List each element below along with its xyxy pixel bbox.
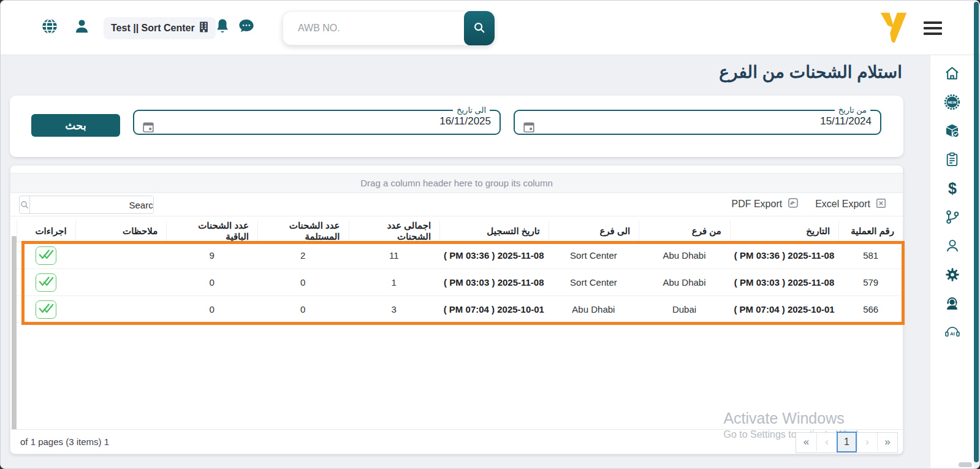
cell-to-branch: Sort Center xyxy=(549,269,639,296)
double-check-icon xyxy=(38,302,54,316)
shipments-grid-card: Drag a column header here to group its c… xyxy=(10,165,903,454)
column-header-operation-no[interactable]: رقم العملية xyxy=(838,221,903,242)
awb-search-button[interactable] xyxy=(464,11,495,45)
cell-from-branch: Abu Dhabi xyxy=(639,242,730,269)
cell-registration-date: ( PM 07:04 ) 2025-10-01 xyxy=(439,296,549,322)
chat-icon[interactable] xyxy=(238,18,255,37)
column-header-registration-date[interactable]: تاريخ التسجيل xyxy=(439,221,548,242)
cell-notes xyxy=(75,296,167,322)
table-row: 581( PM 03:36 ) 2025-11-08Abu DhabiSort … xyxy=(17,242,903,269)
grid-footer: of 1 pages (3 items) 1 « ‹ 1 › » xyxy=(10,429,903,454)
notifications-bell-icon[interactable] xyxy=(215,18,230,37)
filter-card: من تاريخ 15/11/2024 الى تاريخ 16/11/2025… xyxy=(10,96,903,157)
receive-shipment-button[interactable] xyxy=(36,246,56,265)
from-date-value[interactable]: 15/11/2024 xyxy=(820,115,872,128)
cell-remaining-shipments: 0 xyxy=(166,269,257,296)
search-button[interactable]: بحث xyxy=(31,114,120,137)
column-header-notes[interactable]: ملاحظات xyxy=(75,221,167,242)
cell-total-shipments: 3 xyxy=(348,296,439,322)
workspace-label: Test || Sort Center xyxy=(111,23,195,34)
ai-assistant-icon[interactable]: AI xyxy=(943,323,962,341)
awb-search-group xyxy=(283,11,495,45)
table-row: 579( PM 03:03 ) 2025-11-08Abu DhabiSort … xyxy=(17,269,903,296)
grid-search-input[interactable] xyxy=(30,196,154,213)
pdf-export-label: PDF Export xyxy=(732,199,783,210)
workflow-branch-icon[interactable] xyxy=(943,208,962,226)
to-date-value[interactable]: 16/11/2025 xyxy=(439,115,491,128)
column-header-remaining-shipments[interactable]: عدد الشحنات الباقية xyxy=(166,221,257,242)
cell-notes xyxy=(75,242,167,269)
cell-actions xyxy=(17,296,75,322)
column-header-from-branch[interactable]: من فرع xyxy=(639,221,730,242)
cell-total-shipments: 11 xyxy=(348,242,439,269)
cell-received-shipments: 2 xyxy=(257,242,349,269)
search-icon xyxy=(20,196,30,213)
last-page-button[interactable]: » xyxy=(877,433,897,451)
table-scrollbar[interactable] xyxy=(12,236,17,430)
customers-person-icon[interactable] xyxy=(943,237,962,255)
current-page-button[interactable]: 1 xyxy=(837,432,857,452)
pagination-summary: of 1 pages (3 items) 1 xyxy=(20,437,109,447)
orders-clipboard-icon[interactable] xyxy=(943,150,962,169)
calendar-icon[interactable] xyxy=(142,120,155,136)
user-profile-icon[interactable] xyxy=(74,18,90,37)
awb-search-input[interactable] xyxy=(283,11,464,45)
cell-received-shipments: 0 xyxy=(257,269,349,296)
cell-actions xyxy=(17,242,75,269)
cell-from-branch: Dubai xyxy=(639,296,730,322)
app-window: Test || Sort Center xyxy=(0,0,980,469)
page-title: استلام الشحنات من الفرع xyxy=(719,62,902,82)
from-date-field[interactable]: من تاريخ 15/11/2024 xyxy=(514,105,881,135)
prev-page-button[interactable]: ‹ xyxy=(816,433,837,451)
group-panel[interactable]: Drag a column header here to group its c… xyxy=(10,173,903,193)
language-globe-icon[interactable] xyxy=(41,18,58,37)
svg-text:NEW: NEW xyxy=(948,100,956,104)
sidebar-nav: NEW $ AI xyxy=(930,55,974,468)
next-page-button[interactable]: › xyxy=(857,433,877,451)
cell-date: ( PM 03:03 ) 2025-11-08 xyxy=(730,269,839,296)
receive-shipment-button[interactable] xyxy=(36,273,56,292)
export-actions: PDF Export Excel Export xyxy=(732,197,887,212)
topbar: Test || Sort Center xyxy=(1,1,979,55)
grid-toolbar: PDF Export Excel Export xyxy=(10,193,903,216)
pdf-export-button[interactable]: PDF Export xyxy=(732,197,800,212)
to-date-field[interactable]: الى تاريخ 16/11/2025 xyxy=(133,105,501,135)
page-scrollbar[interactable] xyxy=(974,2,979,462)
excel-export-button[interactable]: Excel Export xyxy=(815,197,887,212)
company-logo-icon xyxy=(876,9,911,46)
shipments-box-icon[interactable] xyxy=(943,121,962,140)
cell-from-branch: Abu Dhabi xyxy=(639,269,730,296)
cell-to-branch: Sort Center xyxy=(549,242,639,269)
svg-text:AI: AI xyxy=(950,331,955,337)
column-header-total-shipments[interactable]: اجمالى عدد الشحنات xyxy=(349,221,440,242)
cell-operation-no: 581 xyxy=(838,242,903,269)
cell-date: ( PM 07:04 ) 2025-10-01 xyxy=(730,296,839,322)
cell-remaining-shipments: 9 xyxy=(166,242,257,269)
cell-actions xyxy=(17,269,75,296)
cell-received-shipments: 0 xyxy=(257,296,349,322)
support-agent-icon[interactable] xyxy=(943,294,962,313)
cell-registration-date: ( PM 03:03 ) 2025-11-08 xyxy=(439,269,549,296)
column-header-to-branch[interactable]: الى فرع xyxy=(549,221,639,242)
cell-operation-no: 579 xyxy=(838,269,903,296)
cell-notes xyxy=(75,269,167,296)
svg-text:$: $ xyxy=(948,180,957,197)
receive-shipment-button[interactable] xyxy=(36,300,56,319)
whats-new-icon[interactable]: NEW xyxy=(943,93,962,111)
horizontal-scrollbar[interactable] xyxy=(959,462,972,467)
table-rows: 581( PM 03:36 ) 2025-11-08Abu DhabiSort … xyxy=(17,242,903,323)
excel-export-label: Excel Export xyxy=(815,199,870,210)
first-page-button[interactable]: « xyxy=(796,433,816,451)
double-check-icon xyxy=(38,275,54,289)
workspace-selector[interactable]: Test || Sort Center xyxy=(104,17,216,39)
column-header-received-shipments[interactable]: عدد الشحنات المستلمة xyxy=(257,221,349,242)
calendar-icon[interactable] xyxy=(522,120,536,136)
pager: « ‹ 1 › » xyxy=(796,432,898,453)
column-header-date[interactable]: التاريخ xyxy=(730,221,838,242)
settings-gear-icon[interactable] xyxy=(943,265,962,284)
finance-dollar-icon[interactable]: $ xyxy=(943,179,962,197)
column-header-actions[interactable]: اجراءات xyxy=(17,221,75,242)
menu-hamburger-icon[interactable] xyxy=(924,21,942,35)
cell-registration-date: ( PM 03:36 ) 2025-11-08 xyxy=(439,242,549,269)
home-icon[interactable] xyxy=(943,64,962,82)
